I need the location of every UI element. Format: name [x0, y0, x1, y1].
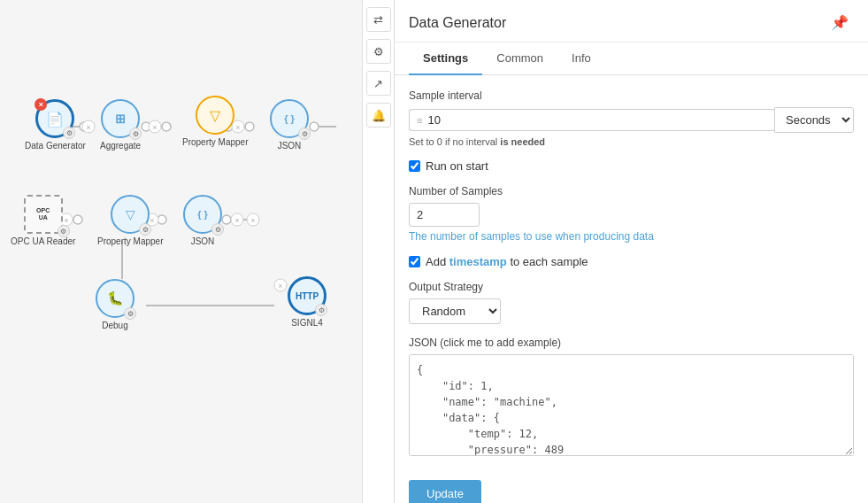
pin-button[interactable]: 📌 — [826, 12, 854, 33]
node-aggregate-label: Aggregate — [100, 141, 141, 151]
interval-input-wrap: ≡ — [409, 109, 774, 131]
json-group: JSON (click me to add example) { "id": 1… — [409, 337, 854, 459]
svg-text:×: × — [152, 123, 157, 132]
gear-badge-opc: ⚙ — [58, 225, 70, 237]
sample-interval-group: Sample interval ≡ Seconds Minutes Hours … — [409, 89, 854, 147]
node-json-1-label: JSON — [278, 141, 302, 151]
drag-handle-icon: ≡ — [417, 115, 422, 126]
sample-interval-label: Sample interval — [409, 89, 854, 102]
svg-point-21 — [149, 120, 161, 133]
svg-point-33 — [274, 279, 287, 291]
svg-text:×: × — [234, 216, 239, 225]
sample-interval-unit-select[interactable]: Seconds Minutes Hours — [774, 107, 854, 133]
sample-interval-input[interactable] — [427, 113, 480, 127]
node-opc-ua[interactable]: OPC UA ⚙ OPC UA Reader — [11, 195, 75, 246]
node-opc-ua-label: OPC UA Reader — [11, 236, 75, 246]
run-on-start-row: Run on start — [409, 159, 854, 173]
settings-btn[interactable]: ⚙ — [366, 39, 391, 64]
output-strategy-label: Output Strategy — [409, 281, 854, 293]
sample-interval-row: ≡ Seconds Minutes Hours — [409, 107, 854, 133]
panel-title: Data Generator — [409, 15, 506, 31]
side-toolbar: ⇄ ⚙ ↗ 🔔 — [363, 0, 395, 503]
node-json-2[interactable]: { } ⚙ JSON — [183, 195, 222, 246]
node-data-generator-label: Data Generator — [25, 141, 86, 151]
output-strategy-group: Output Strategy Random Sequential Fixed — [409, 281, 854, 324]
connect-btn[interactable]: ⇄ — [366, 7, 391, 32]
node-prop-mapper-2-label: Property Mapper — [97, 236, 163, 246]
svg-point-18 — [222, 215, 231, 224]
gear-badge-http: ⚙ — [315, 304, 327, 316]
add-timestamp-label[interactable]: Add timestamp to each sample — [426, 255, 588, 268]
canvas-svg: × × × × × × × × — [0, 0, 363, 503]
svg-text:×: × — [250, 216, 255, 225]
run-on-start-checkbox[interactable] — [409, 160, 420, 172]
right-panel: Data Generator 📌 Settings Common Info Sa… — [395, 0, 868, 503]
svg-point-31 — [247, 213, 259, 226]
num-samples-label: Number of Samples — [409, 185, 854, 197]
node-prop-mapper-2[interactable]: ▽ ⚙ Property Mapper — [97, 195, 163, 246]
tabs-bar: Settings Common Info — [395, 43, 868, 75]
num-samples-input[interactable] — [409, 203, 480, 227]
num-samples-group: Number of Samples The number of samples … — [409, 185, 854, 243]
run-on-start-label[interactable]: Run on start — [426, 159, 488, 173]
json-textarea[interactable]: { "id": 1, "name": "machine", "data": { … — [409, 354, 854, 456]
node-debug[interactable]: 🐛 ⚙ Debug — [96, 279, 134, 330]
tab-settings[interactable]: Settings — [409, 43, 482, 75]
node-data-generator[interactable]: 📄 × ⚙ Data Generator — [25, 99, 86, 151]
num-samples-hint: The number of samples to use when produc… — [409, 230, 854, 243]
node-json-2-label: JSON — [191, 236, 215, 246]
tab-info[interactable]: Info — [557, 43, 605, 75]
update-button[interactable]: Update — [409, 480, 481, 503]
node-prop-mapper-1[interactable]: ▽ Property Mapper — [182, 96, 248, 147]
node-aggregate[interactable]: ⊞ ⚙ Aggregate — [100, 99, 141, 151]
svg-point-14 — [310, 122, 319, 131]
svg-point-11 — [162, 122, 171, 131]
node-prop-mapper-1-label: Property Mapper — [182, 137, 248, 147]
svg-point-10 — [142, 122, 150, 131]
gear-badge-json1: ⚙ — [298, 128, 311, 140]
gear-badge-json2: ⚙ — [211, 223, 224, 236]
gear-badge: ⚙ — [63, 127, 75, 139]
svg-text:×: × — [86, 123, 90, 132]
node-json-1[interactable]: { } ⚙ JSON — [270, 99, 309, 151]
node-debug-label: Debug — [102, 321, 127, 330]
add-timestamp-row: Add timestamp to each sample — [409, 255, 854, 268]
gear-badge-pm2: ⚙ — [139, 223, 151, 236]
json-label[interactable]: JSON (click me to add example) — [409, 337, 854, 349]
canvas-area[interactable]: × × × × × × × × 📄 × ⚙ Data Generator ⊞ ⚙… — [0, 0, 363, 503]
output-strategy-select[interactable]: Random Sequential Fixed — [409, 298, 501, 324]
panel-body: Sample interval ≡ Seconds Minutes Hours … — [395, 75, 868, 503]
export-btn[interactable]: ↗ — [366, 71, 391, 96]
gear-badge-debug: ⚙ — [124, 307, 136, 320]
interval-hint: Set to 0 if no interval is needed — [409, 136, 854, 147]
node-http[interactable]: HTTP ⚙ SIGNL4 — [288, 276, 326, 328]
node-http-label: SIGNL4 — [291, 318, 323, 328]
add-timestamp-checkbox[interactable] — [409, 256, 420, 267]
gear-badge-agg: ⚙ — [129, 128, 142, 140]
bell-btn[interactable]: 🔔 — [366, 103, 391, 128]
tab-common[interactable]: Common — [482, 43, 557, 75]
error-badge: × — [35, 98, 47, 111]
svg-text:×: × — [278, 282, 282, 290]
svg-point-29 — [231, 213, 243, 226]
panel-header: Data Generator 📌 — [395, 0, 868, 43]
